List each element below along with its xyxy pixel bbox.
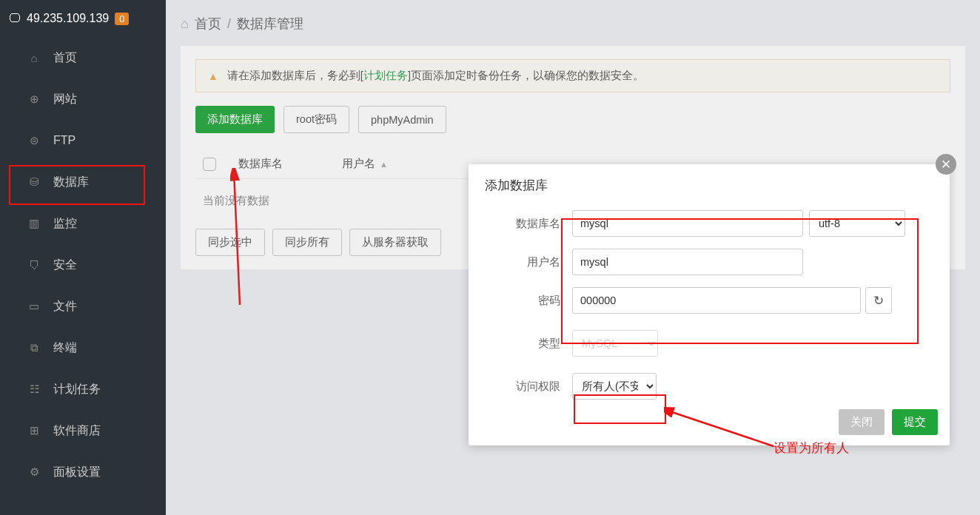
- globe-icon: ⊕: [27, 92, 41, 106]
- folder-icon: ▭: [27, 300, 41, 313]
- username-input[interactable]: [572, 249, 803, 275]
- calendar-icon: ☷: [27, 383, 41, 396]
- modal-footer: 关闭 提交: [839, 409, 938, 435]
- encoding-select[interactable]: utf-8: [809, 210, 905, 237]
- label-access: 访问权限: [485, 380, 572, 394]
- label-dbname: 数据库名: [485, 217, 572, 231]
- refresh-password-button[interactable]: ↻: [865, 287, 892, 314]
- modal-title: 添加数据库: [469, 164, 950, 204]
- sidebar-item-label: 数据库: [53, 175, 89, 190]
- sidebar-item-label: 首页: [53, 50, 77, 66]
- terminal-icon: ⧉: [27, 341, 41, 354]
- sidebar-item-label: 安全: [53, 258, 77, 273]
- sidebar-item-database[interactable]: ⛁ 数据库: [0, 161, 166, 203]
- type-select: MySQL: [572, 330, 658, 357]
- refresh-icon: ↻: [873, 293, 884, 309]
- sidebar-item-label: 文件: [53, 299, 77, 314]
- sidebar-item-label: 软件商店: [53, 423, 101, 439]
- sidebar-item-label: FTP: [53, 134, 75, 147]
- gear-icon: ⚙: [27, 465, 41, 479]
- server-ip: 49.235.109.139: [27, 12, 109, 25]
- close-icon[interactable]: ✕: [936, 154, 956, 175]
- sidebar-item-label: 终端: [53, 340, 77, 356]
- notification-badge[interactable]: 0: [115, 13, 129, 25]
- close-button[interactable]: 关闭: [839, 409, 885, 435]
- sidebar-item-home[interactable]: ⌂ 首页: [0, 37, 166, 78]
- sidebar-item-label: 计划任务: [53, 382, 101, 397]
- sidebar-item-website[interactable]: ⊕ 网站: [0, 78, 166, 120]
- sidebar: 🖵 49.235.109.139 0 ⌂ 首页 ⊕ 网站 ⊜ FTP ⛁ 数据库…: [0, 0, 166, 515]
- label-username: 用户名: [485, 255, 572, 269]
- shield-icon: ⛉: [27, 259, 41, 272]
- sidebar-item-security[interactable]: ⛉ 安全: [0, 244, 166, 286]
- database-icon: ⛁: [27, 175, 41, 189]
- dbname-input[interactable]: [572, 210, 803, 237]
- grid-icon: ⊞: [27, 424, 41, 437]
- server-header: 🖵 49.235.109.139 0: [0, 0, 166, 37]
- submit-button[interactable]: 提交: [892, 409, 938, 435]
- sidebar-item-label: 面板设置: [53, 465, 101, 480]
- add-database-modal: ✕ 添加数据库 数据库名 utf-8 用户名 密码 ↻ 类型 MySQL 访问权…: [469, 164, 950, 445]
- label-password: 密码: [485, 294, 572, 308]
- ftp-icon: ⊜: [27, 134, 41, 147]
- sidebar-item-label: 网站: [53, 92, 77, 107]
- sidebar-item-files[interactable]: ▭ 文件: [0, 286, 166, 327]
- password-input[interactable]: [572, 287, 861, 314]
- sidebar-item-ftp[interactable]: ⊜ FTP: [0, 120, 166, 161]
- sidebar-item-cron[interactable]: ☷ 计划任务: [0, 368, 166, 410]
- chart-icon: ▥: [27, 217, 41, 230]
- sidebar-item-terminal[interactable]: ⧉ 终端: [0, 327, 166, 368]
- sidebar-item-label: 监控: [53, 216, 77, 232]
- sidebar-item-store[interactable]: ⊞ 软件商店: [0, 410, 166, 451]
- access-select[interactable]: 所有人(不安全): [572, 373, 657, 400]
- home-icon: ⌂: [27, 52, 41, 64]
- sidebar-item-settings[interactable]: ⚙ 面板设置: [0, 451, 166, 493]
- sidebar-item-monitor[interactable]: ▥ 监控: [0, 203, 166, 244]
- label-type: 类型: [485, 337, 572, 351]
- monitor-icon: 🖵: [9, 12, 21, 25]
